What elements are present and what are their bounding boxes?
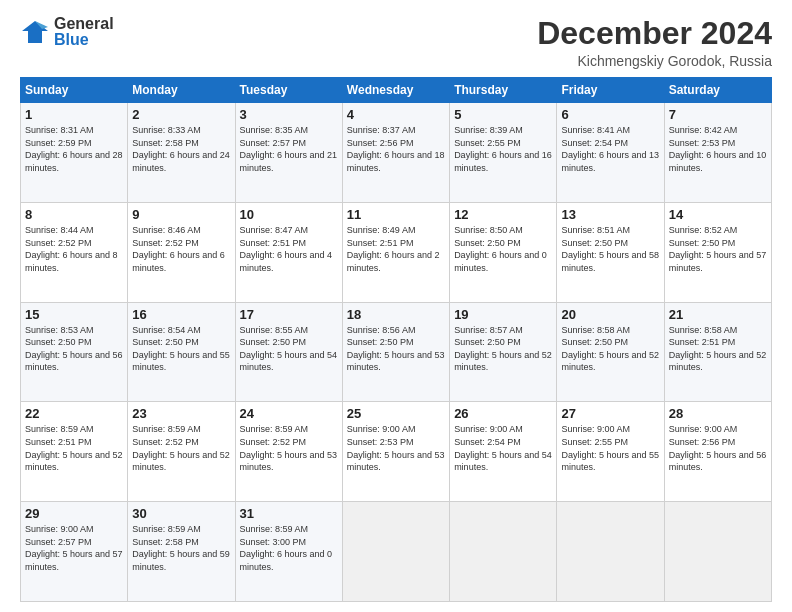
calendar-cell: 4Sunrise: 8:37 AM Sunset: 2:56 PM Daylig… xyxy=(342,103,449,203)
day-info: Sunrise: 8:31 AM Sunset: 2:59 PM Dayligh… xyxy=(25,124,123,174)
logo-bird-icon xyxy=(20,17,50,47)
day-info: Sunrise: 8:59 AM Sunset: 2:51 PM Dayligh… xyxy=(25,423,123,473)
day-number: 7 xyxy=(669,107,767,122)
day-number: 22 xyxy=(25,406,123,421)
day-number: 13 xyxy=(561,207,659,222)
day-number: 10 xyxy=(240,207,338,222)
day-number: 16 xyxy=(132,307,230,322)
weekday-header-wednesday: Wednesday xyxy=(342,78,449,103)
day-number: 27 xyxy=(561,406,659,421)
day-info: Sunrise: 8:46 AM Sunset: 2:52 PM Dayligh… xyxy=(132,224,230,274)
day-number: 8 xyxy=(25,207,123,222)
logo: General Blue xyxy=(20,16,114,48)
calendar-week-row: 29Sunrise: 9:00 AM Sunset: 2:57 PM Dayli… xyxy=(21,502,772,602)
calendar-cell: 28Sunrise: 9:00 AM Sunset: 2:56 PM Dayli… xyxy=(664,402,771,502)
calendar-table: SundayMondayTuesdayWednesdayThursdayFrid… xyxy=(20,77,772,602)
calendar-cell: 21Sunrise: 8:58 AM Sunset: 2:51 PM Dayli… xyxy=(664,302,771,402)
day-number: 28 xyxy=(669,406,767,421)
day-number: 26 xyxy=(454,406,552,421)
logo-blue-text: Blue xyxy=(54,32,114,48)
calendar-cell: 1Sunrise: 8:31 AM Sunset: 2:59 PM Daylig… xyxy=(21,103,128,203)
calendar-week-row: 15Sunrise: 8:53 AM Sunset: 2:50 PM Dayli… xyxy=(21,302,772,402)
month-title: December 2024 xyxy=(537,16,772,51)
calendar-cell: 10Sunrise: 8:47 AM Sunset: 2:51 PM Dayli… xyxy=(235,202,342,302)
day-number: 3 xyxy=(240,107,338,122)
calendar-cell: 5Sunrise: 8:39 AM Sunset: 2:55 PM Daylig… xyxy=(450,103,557,203)
day-info: Sunrise: 8:56 AM Sunset: 2:50 PM Dayligh… xyxy=(347,324,445,374)
calendar-cell: 22Sunrise: 8:59 AM Sunset: 2:51 PM Dayli… xyxy=(21,402,128,502)
day-number: 25 xyxy=(347,406,445,421)
day-info: Sunrise: 8:59 AM Sunset: 3:00 PM Dayligh… xyxy=(240,523,338,573)
calendar-cell xyxy=(450,502,557,602)
day-info: Sunrise: 8:59 AM Sunset: 2:52 PM Dayligh… xyxy=(132,423,230,473)
calendar-cell: 19Sunrise: 8:57 AM Sunset: 2:50 PM Dayli… xyxy=(450,302,557,402)
day-info: Sunrise: 8:37 AM Sunset: 2:56 PM Dayligh… xyxy=(347,124,445,174)
day-info: Sunrise: 8:35 AM Sunset: 2:57 PM Dayligh… xyxy=(240,124,338,174)
weekday-header-saturday: Saturday xyxy=(664,78,771,103)
weekday-header-tuesday: Tuesday xyxy=(235,78,342,103)
day-info: Sunrise: 8:50 AM Sunset: 2:50 PM Dayligh… xyxy=(454,224,552,274)
calendar-cell: 13Sunrise: 8:51 AM Sunset: 2:50 PM Dayli… xyxy=(557,202,664,302)
day-number: 24 xyxy=(240,406,338,421)
day-info: Sunrise: 8:41 AM Sunset: 2:54 PM Dayligh… xyxy=(561,124,659,174)
calendar-cell: 12Sunrise: 8:50 AM Sunset: 2:50 PM Dayli… xyxy=(450,202,557,302)
day-info: Sunrise: 8:44 AM Sunset: 2:52 PM Dayligh… xyxy=(25,224,123,274)
calendar-cell: 6Sunrise: 8:41 AM Sunset: 2:54 PM Daylig… xyxy=(557,103,664,203)
day-info: Sunrise: 8:55 AM Sunset: 2:50 PM Dayligh… xyxy=(240,324,338,374)
weekday-header-sunday: Sunday xyxy=(21,78,128,103)
day-info: Sunrise: 8:58 AM Sunset: 2:50 PM Dayligh… xyxy=(561,324,659,374)
calendar-cell: 20Sunrise: 8:58 AM Sunset: 2:50 PM Dayli… xyxy=(557,302,664,402)
calendar-cell: 2Sunrise: 8:33 AM Sunset: 2:58 PM Daylig… xyxy=(128,103,235,203)
day-info: Sunrise: 8:54 AM Sunset: 2:50 PM Dayligh… xyxy=(132,324,230,374)
day-number: 6 xyxy=(561,107,659,122)
day-number: 12 xyxy=(454,207,552,222)
day-info: Sunrise: 9:00 AM Sunset: 2:53 PM Dayligh… xyxy=(347,423,445,473)
day-info: Sunrise: 8:58 AM Sunset: 2:51 PM Dayligh… xyxy=(669,324,767,374)
day-info: Sunrise: 8:59 AM Sunset: 2:58 PM Dayligh… xyxy=(132,523,230,573)
day-info: Sunrise: 8:52 AM Sunset: 2:50 PM Dayligh… xyxy=(669,224,767,274)
day-info: Sunrise: 8:59 AM Sunset: 2:52 PM Dayligh… xyxy=(240,423,338,473)
calendar-week-row: 8Sunrise: 8:44 AM Sunset: 2:52 PM Daylig… xyxy=(21,202,772,302)
day-info: Sunrise: 9:00 AM Sunset: 2:55 PM Dayligh… xyxy=(561,423,659,473)
day-info: Sunrise: 8:57 AM Sunset: 2:50 PM Dayligh… xyxy=(454,324,552,374)
title-section: December 2024 Kichmengskiy Gorodok, Russ… xyxy=(537,16,772,69)
day-number: 20 xyxy=(561,307,659,322)
calendar-cell xyxy=(557,502,664,602)
calendar-cell: 30Sunrise: 8:59 AM Sunset: 2:58 PM Dayli… xyxy=(128,502,235,602)
svg-marker-0 xyxy=(22,21,48,43)
calendar-cell: 8Sunrise: 8:44 AM Sunset: 2:52 PM Daylig… xyxy=(21,202,128,302)
calendar-cell: 25Sunrise: 9:00 AM Sunset: 2:53 PM Dayli… xyxy=(342,402,449,502)
calendar-cell: 11Sunrise: 8:49 AM Sunset: 2:51 PM Dayli… xyxy=(342,202,449,302)
calendar-cell: 24Sunrise: 8:59 AM Sunset: 2:52 PM Dayli… xyxy=(235,402,342,502)
calendar-cell: 23Sunrise: 8:59 AM Sunset: 2:52 PM Dayli… xyxy=(128,402,235,502)
weekday-header-row: SundayMondayTuesdayWednesdayThursdayFrid… xyxy=(21,78,772,103)
day-number: 1 xyxy=(25,107,123,122)
location-text: Kichmengskiy Gorodok, Russia xyxy=(537,53,772,69)
calendar-cell: 3Sunrise: 8:35 AM Sunset: 2:57 PM Daylig… xyxy=(235,103,342,203)
logo-general-text: General xyxy=(54,16,114,32)
day-info: Sunrise: 8:51 AM Sunset: 2:50 PM Dayligh… xyxy=(561,224,659,274)
day-info: Sunrise: 9:00 AM Sunset: 2:57 PM Dayligh… xyxy=(25,523,123,573)
calendar-cell: 18Sunrise: 8:56 AM Sunset: 2:50 PM Dayli… xyxy=(342,302,449,402)
day-info: Sunrise: 8:53 AM Sunset: 2:50 PM Dayligh… xyxy=(25,324,123,374)
calendar-cell: 16Sunrise: 8:54 AM Sunset: 2:50 PM Dayli… xyxy=(128,302,235,402)
calendar-cell: 7Sunrise: 8:42 AM Sunset: 2:53 PM Daylig… xyxy=(664,103,771,203)
day-number: 2 xyxy=(132,107,230,122)
weekday-header-friday: Friday xyxy=(557,78,664,103)
day-info: Sunrise: 8:49 AM Sunset: 2:51 PM Dayligh… xyxy=(347,224,445,274)
day-number: 30 xyxy=(132,506,230,521)
page: General Blue December 2024 Kichmengskiy … xyxy=(0,0,792,612)
weekday-header-thursday: Thursday xyxy=(450,78,557,103)
day-number: 15 xyxy=(25,307,123,322)
day-number: 23 xyxy=(132,406,230,421)
day-info: Sunrise: 8:47 AM Sunset: 2:51 PM Dayligh… xyxy=(240,224,338,274)
calendar-week-row: 1Sunrise: 8:31 AM Sunset: 2:59 PM Daylig… xyxy=(21,103,772,203)
calendar-body: 1Sunrise: 8:31 AM Sunset: 2:59 PM Daylig… xyxy=(21,103,772,602)
day-info: Sunrise: 9:00 AM Sunset: 2:56 PM Dayligh… xyxy=(669,423,767,473)
calendar-cell: 9Sunrise: 8:46 AM Sunset: 2:52 PM Daylig… xyxy=(128,202,235,302)
calendar-week-row: 22Sunrise: 8:59 AM Sunset: 2:51 PM Dayli… xyxy=(21,402,772,502)
calendar-cell: 31Sunrise: 8:59 AM Sunset: 3:00 PM Dayli… xyxy=(235,502,342,602)
calendar-header: SundayMondayTuesdayWednesdayThursdayFrid… xyxy=(21,78,772,103)
calendar-cell: 27Sunrise: 9:00 AM Sunset: 2:55 PM Dayli… xyxy=(557,402,664,502)
calendar-cell xyxy=(664,502,771,602)
